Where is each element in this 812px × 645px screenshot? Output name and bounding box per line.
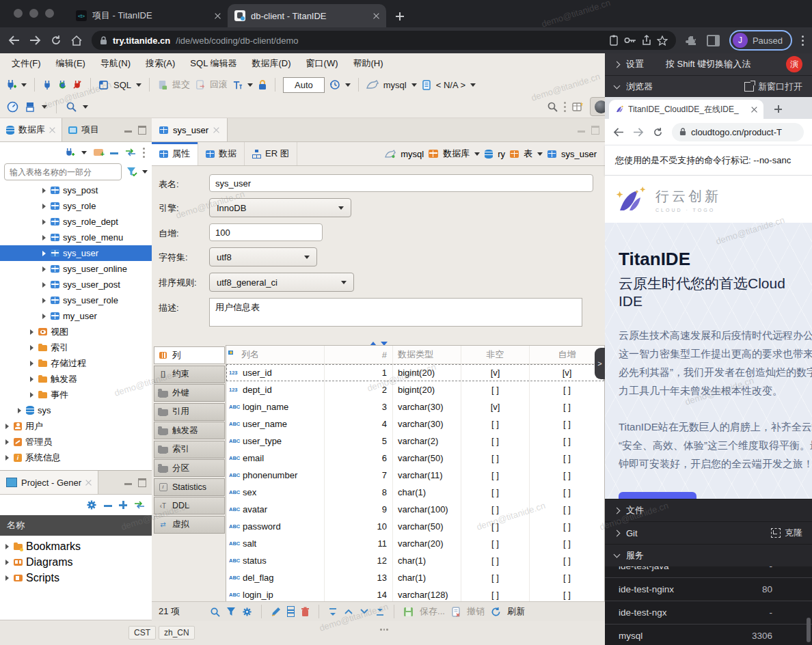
- column-notnull-checkbox[interactable]: [ ]: [461, 415, 530, 433]
- column-row[interactable]: ABC login_name 3 varchar(30) [v] [ ]: [226, 398, 604, 415]
- expand-arrow-icon[interactable]: [5, 424, 9, 429]
- breadcrumb-schema[interactable]: ry: [498, 149, 505, 159]
- gear-icon[interactable]: [242, 607, 252, 617]
- search-icon[interactable]: [210, 607, 220, 617]
- expand-arrow-icon[interactable]: [42, 251, 46, 256]
- column-notnull-checkbox[interactable]: [ ]: [461, 381, 530, 398]
- toolbar-overflow-icon[interactable]: [564, 102, 566, 112]
- services-section-row[interactable]: 服务: [605, 544, 812, 566]
- maximize-editor-icon[interactable]: [591, 126, 599, 135]
- column-autoincrement-checkbox[interactable]: [ ]: [530, 569, 604, 586]
- column-notnull-checkbox[interactable]: [ ]: [461, 450, 530, 467]
- menu-item[interactable]: 编辑(E): [49, 57, 93, 70]
- tab-project-general[interactable]: Project - Gener: [0, 471, 98, 494]
- close-window-icon[interactable]: [14, 9, 23, 18]
- panel-menu-icon[interactable]: [143, 148, 145, 158]
- gear-icon[interactable]: [86, 499, 97, 510]
- maximize-window-icon[interactable]: [45, 9, 54, 18]
- expand-arrow-icon[interactable]: [18, 408, 21, 413]
- column-notnull-checkbox[interactable]: [ ]: [461, 484, 530, 501]
- new-folder-icon[interactable]: +: [94, 149, 103, 156]
- new-table-icon[interactable]: [572, 101, 584, 112]
- filter-icon[interactable]: [226, 607, 236, 616]
- browser-tab-dbclient[interactable]: db-client - TitanIDE: [228, 4, 386, 27]
- filter-funnel-icon[interactable]: [126, 167, 137, 177]
- column-row[interactable]: ABC user_name 4 varchar(30) [ ] [ ]: [226, 415, 604, 433]
- link-with-editor-icon[interactable]: [134, 501, 145, 509]
- expand-arrow-icon[interactable]: [42, 298, 46, 303]
- subtab-properties[interactable]: 属性: [152, 142, 198, 165]
- menu-item[interactable]: 数据库(D): [245, 57, 299, 70]
- ime-badge[interactable]: 演: [786, 56, 802, 72]
- statusbar-splitter-handle[interactable]: [380, 629, 388, 631]
- header-datatype[interactable]: 数据类型: [393, 346, 461, 363]
- editor-tab-sys-user[interactable]: sys_user: [152, 118, 228, 141]
- auto-commit-select[interactable]: Auto: [283, 77, 325, 93]
- expand-arrow-icon[interactable]: [5, 544, 9, 549]
- table-dropdown[interactable]: [537, 152, 543, 156]
- save-button[interactable]: 保存...: [420, 605, 445, 618]
- column-autoincrement-checkbox[interactable]: [ ]: [530, 552, 604, 569]
- tree-item[interactable]: sys_role: [0, 198, 152, 214]
- minimize-window-icon[interactable]: [29, 9, 38, 18]
- column-notnull-checkbox[interactable]: [ ]: [461, 433, 530, 450]
- tree-item[interactable]: sys_user_post: [0, 277, 152, 292]
- expand-arrow-icon[interactable]: [5, 560, 9, 565]
- column-notnull-checkbox[interactable]: [ ]: [461, 535, 530, 552]
- collapse-all-icon[interactable]: [104, 505, 112, 507]
- edit-pencil-icon[interactable]: [271, 607, 281, 617]
- column-notnull-checkbox[interactable]: [ ]: [461, 467, 530, 484]
- connect-icon[interactable]: [42, 80, 53, 90]
- minimize-editor-icon[interactable]: [578, 131, 585, 133]
- engine-dropdown[interactable]: [411, 83, 417, 87]
- bookmark-star-icon[interactable]: [657, 36, 668, 46]
- filter-dropdown[interactable]: [142, 170, 148, 174]
- close-panel-icon[interactable]: [49, 127, 55, 133]
- close-editor-tab-icon[interactable]: [213, 127, 219, 133]
- engine-select[interactable]: InnoDB: [209, 198, 351, 217]
- expand-arrow-icon[interactable]: [30, 345, 33, 351]
- close-embedded-tab-icon[interactable]: [751, 107, 757, 113]
- header-column-name[interactable]: 列名: [226, 346, 325, 363]
- column-notnull-checkbox[interactable]: [ ]: [461, 569, 530, 586]
- profile-pill[interactable]: J Paused: [729, 30, 792, 51]
- project-item[interactable]: Bookmarks: [0, 538, 152, 554]
- tree-item[interactable]: 事件: [0, 387, 152, 402]
- maximize-panel-icon[interactable]: [138, 478, 146, 487]
- expand-arrow-icon[interactable]: [42, 219, 46, 225]
- expand-arrow-icon[interactable]: [42, 314, 46, 319]
- column-view-icon[interactable]: [287, 606, 295, 617]
- section-button[interactable]: 列: [154, 346, 225, 364]
- column-row[interactable]: 123 user_id 1 bigint(20) [v] [v]: [226, 364, 604, 381]
- new-connection-icon[interactable]: [64, 148, 75, 158]
- tree-item[interactable]: sys_user: [0, 245, 152, 261]
- subtab-er-diagram[interactable]: ER 图: [245, 142, 297, 165]
- breadcrumb-table-label[interactable]: 表: [524, 148, 532, 160]
- reload-icon[interactable]: [51, 35, 62, 46]
- tree-item[interactable]: sys_role_menu: [0, 230, 152, 245]
- db-dropdown[interactable]: [474, 152, 480, 156]
- service-row[interactable]: ide-test-ngx -: [605, 601, 812, 625]
- collapsed-panel-handle[interactable]: >: [595, 348, 605, 379]
- expand-arrow-icon[interactable]: [42, 204, 46, 209]
- project-item[interactable]: Diagrams: [0, 554, 152, 570]
- schema-select[interactable]: < N/A >: [436, 80, 465, 90]
- section-button[interactable]: 外键: [154, 384, 225, 402]
- column-row[interactable]: ABC sex 8 char(1) [ ] [ ]: [226, 484, 604, 501]
- table-filter-input[interactable]: [4, 163, 122, 180]
- column-row[interactable]: ABC user_type 5 varchar(2) [ ] [ ]: [226, 433, 604, 450]
- column-row[interactable]: ABC del_flag 13 char(1) [ ] [ ]: [226, 569, 604, 586]
- tree-item[interactable]: sys_role_dept: [0, 214, 152, 230]
- tree-item[interactable]: my_user: [0, 308, 152, 324]
- column-notnull-checkbox[interactable]: [v]: [461, 398, 530, 415]
- tree-item[interactable]: sys: [0, 402, 152, 418]
- column-autoincrement-checkbox[interactable]: [ ]: [530, 501, 604, 518]
- embedded-browser-tab[interactable]: TitanIDE_CloudIDE_在线IDE_: [609, 100, 763, 119]
- git-clone-button[interactable]: 克隆: [771, 527, 802, 539]
- expand-arrow-icon[interactable]: [30, 376, 33, 382]
- back-icon[interactable]: [8, 36, 20, 45]
- commit-button[interactable]: 提交: [172, 79, 190, 91]
- minimize-panel-icon[interactable]: [124, 483, 132, 485]
- history-clock-icon[interactable]: [329, 79, 340, 90]
- delete-trash-icon[interactable]: [301, 607, 310, 617]
